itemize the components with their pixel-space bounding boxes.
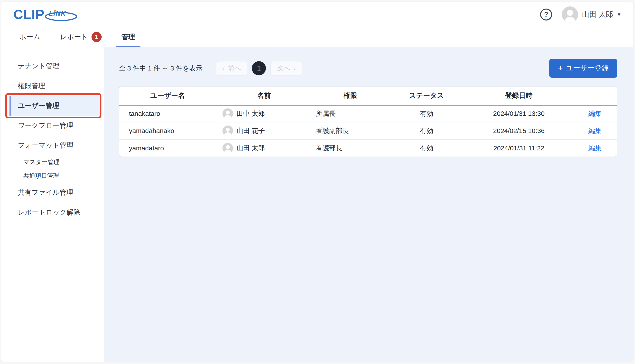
cell-name: 田中 太郎 bbox=[223, 108, 312, 119]
help-icon[interactable]: ? bbox=[540, 8, 553, 21]
cell-status: 有効 bbox=[388, 122, 465, 140]
prev-page-button[interactable]: ‹ 前へ bbox=[216, 61, 247, 76]
logo-link-text: LiNK bbox=[49, 10, 66, 17]
col-header-status: ステータス bbox=[388, 86, 465, 105]
sidebar-item-report-unlock[interactable]: レポートロック解除 bbox=[1, 202, 104, 222]
sidebar-item-common-fields[interactable]: 共通項目管理 bbox=[1, 169, 104, 182]
edit-link[interactable]: 編集 bbox=[588, 110, 602, 117]
users-table-card: ユーザー名 名前 権限 ステータス 登録日時 tanakataro bbox=[119, 86, 617, 157]
cell-registered: 2024/02/15 10:36 bbox=[465, 122, 573, 140]
cell-role: 看護部長 bbox=[312, 140, 388, 156]
sidebar-item-tenant[interactable]: テナント管理 bbox=[1, 56, 104, 76]
next-page-button[interactable]: 次へ › bbox=[270, 61, 302, 76]
edit-link[interactable]: 編集 bbox=[588, 127, 602, 134]
col-header-name: 名前 bbox=[216, 86, 312, 105]
sidebar-item-shared-files[interactable]: 共有ファイル管理 bbox=[1, 182, 104, 202]
result-count-summary: 全 3 件中 1 件 ～ 3 件を表示 bbox=[119, 64, 202, 73]
add-user-button[interactable]: + ユーザー登録 bbox=[549, 59, 617, 78]
edit-link[interactable]: 編集 bbox=[588, 144, 602, 152]
top-header: CLIP LiNK ? 山田 太郎 ▾ bbox=[1, 2, 633, 27]
admin-sidebar: テナント管理 権限管理 ユーザー管理 ワークフロー管理 フォーマット管理 マスタ… bbox=[1, 47, 104, 362]
user-menu[interactable]: 山田 太郎 ▾ bbox=[562, 6, 620, 23]
logo-clip-text: CLIP bbox=[14, 8, 45, 21]
cell-role: 所属長 bbox=[312, 105, 388, 122]
table-row: yamadahanako 山田 花子 看護副部長 有効 2024/02/15 1… bbox=[119, 122, 617, 140]
sidebar-item-user-management[interactable]: ユーザー管理 bbox=[10, 96, 100, 116]
sidebar-item-permission[interactable]: 権限管理 bbox=[1, 76, 104, 96]
users-table: ユーザー名 名前 権限 ステータス 登録日時 tanakataro bbox=[119, 86, 617, 156]
plus-icon: + bbox=[558, 64, 563, 73]
user-avatar bbox=[562, 6, 578, 23]
col-header-registered: 登録日時 bbox=[465, 86, 573, 105]
svg-text:?: ? bbox=[544, 10, 548, 18]
cell-status: 有効 bbox=[388, 140, 465, 156]
cell-name: 山田 花子 bbox=[223, 126, 312, 136]
cell-username: yamadahanako bbox=[119, 122, 216, 140]
sidebar-item-master[interactable]: マスター管理 bbox=[1, 155, 104, 169]
cell-name: 山田 太郎 bbox=[223, 143, 312, 154]
app-window: CLIP LiNK ? 山田 太郎 ▾ ホーム bbox=[1, 2, 633, 362]
sidebar-item-format[interactable]: フォーマット管理 bbox=[1, 136, 104, 155]
cell-username: tanakataro bbox=[119, 105, 216, 122]
cell-registered: 2024/01/31 13:30 bbox=[465, 105, 573, 122]
col-header-username: ユーザー名 bbox=[119, 86, 216, 105]
user-management-panel: 全 3 件中 1 件 ～ 3 件を表示 ‹ 前へ 1 次へ › + ユーザー登録 bbox=[104, 47, 633, 362]
report-count-badge: 1 bbox=[92, 32, 102, 42]
row-avatar bbox=[223, 126, 233, 136]
user-name: 山田 太郎 bbox=[582, 10, 613, 20]
clip-link-logo[interactable]: CLIP LiNK bbox=[14, 8, 75, 21]
tab-home[interactable]: ホーム bbox=[14, 27, 45, 47]
table-row: tanakataro 田中 太郎 所属長 有効 2024/01/31 13:30… bbox=[119, 105, 617, 122]
chevron-down-icon: ▾ bbox=[617, 11, 620, 18]
current-page-indicator[interactable]: 1 bbox=[252, 61, 266, 75]
chevron-left-icon: ‹ bbox=[222, 65, 225, 72]
cell-role: 看護副部長 bbox=[312, 122, 388, 140]
cell-status: 有効 bbox=[388, 105, 465, 122]
row-avatar bbox=[223, 108, 233, 119]
main-nav: ホーム レポート 1 管理 bbox=[1, 27, 633, 47]
col-header-role: 権限 bbox=[312, 86, 388, 105]
tab-admin[interactable]: 管理 bbox=[116, 27, 140, 47]
cell-username: yamadataro bbox=[119, 140, 216, 156]
sidebar-item-workflow[interactable]: ワークフロー管理 bbox=[1, 116, 104, 136]
col-header-edit bbox=[573, 86, 617, 105]
tab-report[interactable]: レポート 1 bbox=[55, 27, 107, 47]
logo-orange-dot bbox=[54, 10, 56, 12]
row-avatar bbox=[223, 143, 233, 154]
table-row: yamadataro 山田 太郎 看護部長 有効 2024/01/31 11:2… bbox=[119, 140, 617, 156]
cell-registered: 2024/01/31 11:22 bbox=[465, 140, 573, 156]
pagination: ‹ 前へ 1 次へ › bbox=[216, 61, 302, 76]
chevron-right-icon: › bbox=[293, 65, 296, 72]
